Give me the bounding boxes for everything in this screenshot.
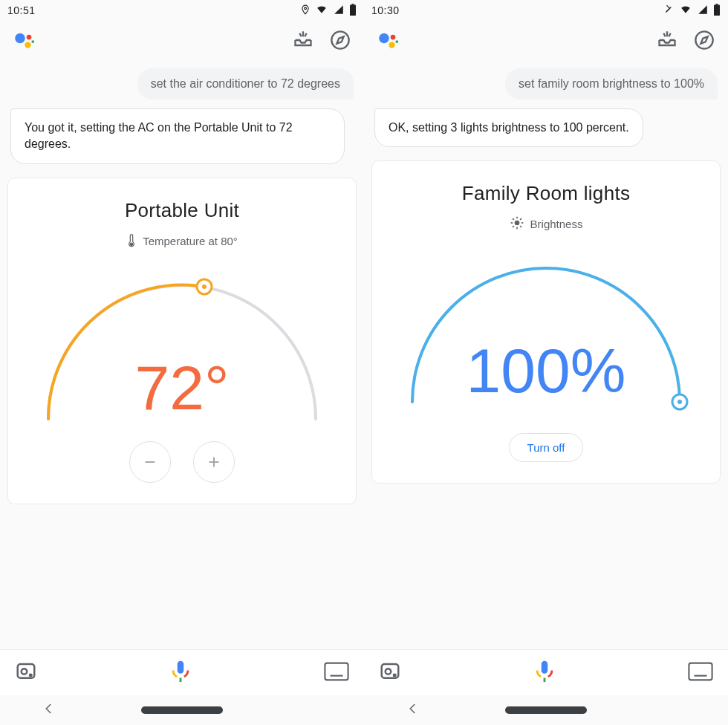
brightness-dial[interactable]: 100%: [386, 246, 706, 417]
subtitle-text: Temperature at 80°: [143, 235, 238, 247]
lens-icon[interactable]: [379, 660, 401, 686]
status-icons: [664, 4, 721, 18]
plus-minus-row: [22, 441, 342, 483]
svg-point-32: [514, 221, 519, 226]
mic-icon[interactable]: [168, 659, 193, 687]
svg-point-42: [677, 400, 682, 404]
svg-point-45: [394, 674, 396, 676]
svg-rect-18: [325, 663, 348, 680]
svg-point-44: [386, 669, 391, 674]
assistant-message-bubble: OK, setting 3 lights brightness to 100 p…: [374, 108, 643, 147]
svg-point-8: [130, 243, 132, 245]
assistant-message-bubble: You got it, setting the AC on the Portab…: [10, 108, 345, 164]
svg-rect-1: [350, 4, 356, 15]
svg-point-28: [391, 35, 396, 40]
home-pill[interactable]: [505, 706, 587, 714]
svg-rect-47: [689, 663, 712, 680]
compass-icon[interactable]: [330, 30, 351, 53]
svg-point-5: [25, 42, 30, 48]
status-icons: [300, 4, 357, 18]
svg-point-27: [379, 33, 389, 44]
svg-line-37: [513, 218, 514, 220]
phone-left: 10:51: [0, 0, 364, 725]
device-control-card: Family Room lights Brightness 100% Turn …: [371, 160, 721, 484]
battery-icon: [349, 4, 357, 18]
wifi-icon: [679, 4, 692, 17]
turn-off-button[interactable]: Turn off: [509, 433, 584, 462]
card-subtitle: Brightness: [386, 215, 706, 233]
svg-point-4: [27, 35, 32, 40]
keyboard-icon[interactable]: [324, 662, 349, 684]
inbox-icon[interactable]: [657, 30, 677, 53]
svg-rect-26: [715, 4, 718, 5]
increase-button[interactable]: [193, 441, 235, 483]
svg-point-0: [305, 7, 307, 9]
temperature-value: 72°: [134, 357, 229, 419]
chat-area: set family room brightness to 100% OK, s…: [364, 62, 728, 147]
decrease-button[interactable]: [129, 441, 171, 483]
back-icon[interactable]: [406, 702, 420, 718]
card-subtitle: Temperature at 80°: [22, 233, 342, 250]
nav-bar: [364, 695, 728, 725]
svg-line-40: [520, 218, 521, 220]
home-pill[interactable]: [141, 706, 223, 714]
svg-rect-25: [714, 4, 720, 15]
lens-icon[interactable]: [15, 660, 37, 686]
svg-point-3: [15, 33, 25, 44]
svg-point-10: [202, 285, 207, 289]
chat-area: set the air conditioner to 72 degrees Yo…: [0, 62, 364, 164]
brightness-value: 100%: [467, 339, 626, 402]
svg-line-38: [520, 227, 521, 228]
svg-point-6: [31, 40, 34, 43]
assistant-logo-icon: [377, 30, 400, 53]
assistant-bottom-bar: [364, 649, 728, 695]
thermometer-icon: [126, 233, 137, 250]
brightness-icon: [510, 215, 524, 233]
user-message-bubble: set the air conditioner to 72 degrees: [137, 68, 354, 100]
device-control-card: Portable Unit Temperature at 80° 72°: [7, 178, 357, 504]
temperature-dial[interactable]: 72°: [22, 263, 342, 434]
svg-line-24: [666, 7, 671, 12]
signal-icon: [697, 4, 709, 17]
card-title: Portable Unit: [22, 199, 342, 222]
assistant-bottom-bar: [0, 649, 364, 695]
location-icon: [300, 4, 311, 17]
battery-icon: [713, 4, 721, 18]
status-bar: 10:30: [364, 0, 728, 21]
assistant-header: [0, 21, 364, 62]
subtitle-text: Brightness: [530, 218, 583, 230]
back-icon[interactable]: [42, 702, 56, 718]
svg-point-31: [695, 31, 712, 48]
wifi-icon: [315, 4, 328, 17]
nav-bar: [0, 695, 364, 725]
compass-icon[interactable]: [694, 30, 715, 53]
card-title: Family Room lights: [386, 182, 706, 205]
signal-icon: [333, 4, 345, 17]
svg-point-30: [395, 40, 398, 43]
keyboard-icon[interactable]: [688, 662, 713, 684]
status-time: 10:51: [7, 4, 36, 16]
svg-point-16: [30, 674, 32, 676]
svg-line-39: [513, 227, 514, 228]
status-bar: 10:51: [0, 0, 364, 21]
svg-point-15: [22, 669, 27, 674]
inbox-icon[interactable]: [293, 30, 313, 53]
status-time: 10:30: [371, 4, 400, 16]
svg-point-29: [389, 42, 394, 48]
user-message-bubble: set family room brightness to 100%: [505, 68, 718, 100]
assistant-header: [364, 21, 728, 62]
dnd-icon: [664, 4, 675, 17]
svg-point-7: [331, 31, 348, 48]
mic-icon[interactable]: [532, 659, 557, 687]
assistant-logo-icon: [13, 30, 36, 53]
phone-right: 10:30: [364, 0, 728, 725]
svg-rect-2: [351, 4, 354, 5]
